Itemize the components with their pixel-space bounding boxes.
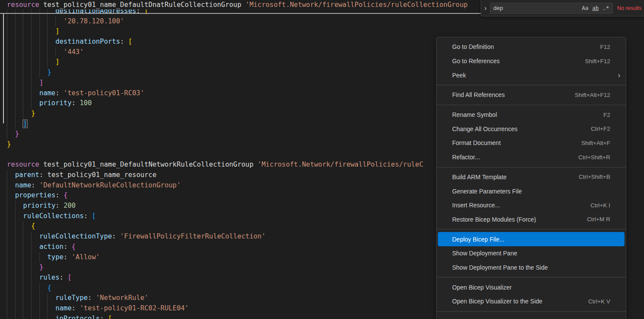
menu-item-generate-parameters-file[interactable]: Generate Parameters File — [438, 184, 625, 198]
find-results-label: No results — [617, 5, 641, 11]
code-line[interactable]: name: 'test-policy01-RC03' — [7, 88, 423, 99]
code-token: 100 — [80, 99, 92, 107]
menu-separator — [437, 277, 626, 277]
code-token: 'DefaultNetworkRuleCollectionGroup' — [39, 181, 181, 189]
whole-word-icon[interactable]: ab — [591, 4, 600, 13]
menu-item-format-document[interactable]: Format DocumentShift+Alt+F — [438, 136, 625, 150]
code-line[interactable]: } — [7, 68, 423, 78]
indent-guides — [7, 211, 23, 222]
menu-item-refactor[interactable]: Refactor...Ctrl+Shift+R — [438, 150, 625, 164]
code-token: } — [39, 263, 43, 271]
code-token: } — [15, 130, 19, 138]
menu-item-shortcut: Shift+Alt+F12 — [575, 92, 610, 98]
menu-item-label: Restore Bicep Modules (Force) — [452, 216, 536, 223]
menu-item-peek[interactable]: Peek› — [438, 68, 625, 82]
code-line[interactable]: ] — [7, 26, 423, 37]
code-token: resource — [7, 161, 39, 168]
code-token: : — [31, 181, 39, 189]
code-token: type — [47, 253, 63, 261]
code-line[interactable]: ruleType: 'NetworkRule' — [7, 293, 423, 303]
code-token: test_policy01_name_DefaultNetworkRuleCol… — [43, 161, 253, 168]
menu-item-change-all-occurrences[interactable]: Change All OccurrencesCtrl+F2 — [438, 122, 625, 136]
code-line[interactable]: '443' — [7, 47, 423, 58]
menu-item-shortcut: Ctrl+K V — [588, 298, 610, 305]
code-token: [ — [128, 38, 132, 45]
code-token: parent — [15, 171, 39, 179]
menu-item-open-bicep-visualizer[interactable]: Open Bicep Visualizer — [438, 280, 625, 294]
code-token: properties — [15, 191, 55, 199]
indent-guides — [7, 88, 39, 99]
code-token: { — [71, 243, 75, 251]
regex-icon[interactable]: .* — [601, 4, 611, 13]
code-token — [241, 1, 245, 9]
code-token: 'Microsoft.Network/firewallPolicies/rule… — [258, 161, 424, 168]
code-token: name — [15, 181, 31, 189]
code-line[interactable]: '20.78.120.100' — [7, 16, 423, 27]
search-input[interactable]: dep Aa ab .* — [490, 3, 613, 14]
code-line[interactable]: action: { — [7, 242, 423, 252]
code-token: : — [84, 212, 92, 220]
menu-item-build-arm-template[interactable]: Build ARM TemplateCtrl+Shift+B — [438, 170, 625, 184]
menu-item-rename-symbol[interactable]: Rename SymbolF2 — [438, 108, 625, 122]
menu-item-label: Change All Occurrences — [452, 126, 518, 132]
code-line[interactable]: priority: 100 — [7, 98, 423, 109]
code-line[interactable]: priority: 200 — [7, 201, 423, 211]
code-line[interactable]: properties: { — [7, 190, 423, 201]
code-line[interactable]: parent: test_policy01_name_resource — [7, 170, 423, 180]
editor-code[interactable]: destinationAddresses: ['20.78.120.100']d… — [7, 6, 423, 319]
code-line[interactable]: ] — [7, 57, 423, 68]
menu-item-shortcut: F12 — [600, 44, 610, 50]
code-token: priority — [39, 99, 72, 107]
code-token: 'test-policy01-RC02-RULE04' — [80, 304, 189, 312]
menu-item-find-all-references[interactable]: Find All ReferencesShift+Alt+F12 — [438, 88, 625, 102]
code-line[interactable]: resource test_policy01_name_DefaultNetwo… — [7, 160, 423, 170]
menu-item-restore-bicep-modules-force[interactable]: Restore Bicep Modules (Force)Ctrl+M R — [438, 213, 625, 227]
menu-item-show-deployment-pane[interactable]: Show Deployment Pane — [438, 246, 625, 261]
code-line[interactable]: ] — [7, 119, 423, 129]
menu-item-shortcut: Ctrl+K I — [591, 202, 610, 209]
menu-item-label: Find All References — [452, 91, 505, 98]
indent-guides — [7, 16, 64, 27]
code-line[interactable]: destinationPorts: [ — [7, 37, 423, 47]
code-token: 'FirewallPolicyFilterRuleCollection' — [120, 232, 265, 240]
code-token: : — [55, 89, 64, 97]
indent-guides — [7, 242, 39, 252]
code-line[interactable]: { — [7, 221, 423, 232]
menu-item-label: Peek — [452, 72, 466, 79]
code-line[interactable]: } — [7, 262, 423, 273]
code-line[interactable]: } — [7, 109, 423, 119]
code-line[interactable]: } — [7, 129, 423, 139]
code-token — [253, 161, 257, 168]
code-line[interactable]: name: 'test-policy01-RC02-RULE04' — [7, 303, 423, 314]
code-line[interactable]: ruleCollections: [ — [7, 211, 423, 222]
indent-guides — [7, 273, 39, 283]
code-line[interactable]: ] — [7, 78, 423, 88]
code-token: '443' — [64, 48, 84, 56]
code-line[interactable]: { — [7, 283, 423, 293]
code-line[interactable]: } — [7, 139, 423, 150]
code-token: '20.78.120.100' — [64, 17, 124, 25]
indent-guides — [7, 129, 15, 139]
code-line[interactable] — [7, 150, 423, 160]
menu-item-show-deployment-pane-to-the-side[interactable]: Show Deployment Pane to the Side — [438, 261, 625, 275]
code-line[interactable]: type: 'Allow' — [7, 252, 423, 263]
menu-item-go-to-references[interactable]: Go to ReferencesShift+F12 — [438, 54, 625, 68]
menu-item-go-to-definition[interactable]: Go to DefinitionF12 — [438, 40, 625, 54]
menu-item-shortcut: Ctrl+Shift+B — [579, 174, 610, 180]
sticky-line[interactable]: resource test_policy01_name_DefaultDnatR… — [7, 0, 468, 10]
menu-item-deploy-bicep-file[interactable]: Deploy Bicep File... — [438, 232, 625, 246]
indent-guides — [7, 180, 15, 191]
code-line[interactable]: ipProtocols: [ — [7, 314, 423, 319]
code-line[interactable]: rules: [ — [7, 273, 423, 283]
menu-item-open-bicep-visualizer-to-the-side[interactable]: Open Bicep Visualizer to the SideCtrl+K … — [438, 294, 625, 309]
toggle-replace-chevron-icon[interactable]: › — [481, 4, 490, 12]
code-token: : — [71, 304, 80, 312]
code-token: { — [47, 284, 51, 292]
indent-guides — [7, 37, 55, 47]
code-token: : — [88, 294, 96, 302]
code-line[interactable]: name: 'DefaultNetworkRuleCollectionGroup… — [7, 180, 423, 191]
match-case-icon[interactable]: Aa — [580, 4, 590, 13]
menu-item-insert-resource[interactable]: Insert Resource...Ctrl+K I — [438, 198, 625, 213]
code-line[interactable]: ruleCollectionType: 'FirewallPolicyFilte… — [7, 232, 423, 242]
menu-separator — [437, 85, 626, 85]
